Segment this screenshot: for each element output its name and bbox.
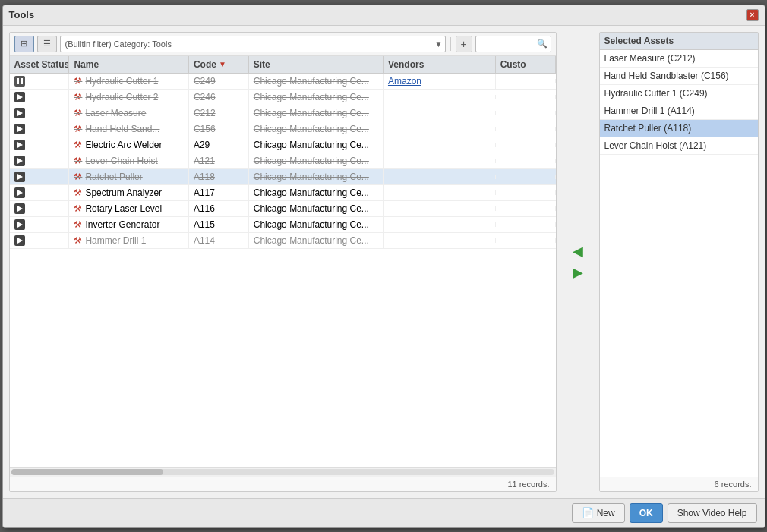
site-cell: Chicago Manufacturing Ce... (249, 185, 384, 200)
site-cell: Chicago Manufacturing Ce... (249, 233, 384, 248)
selected-asset-item[interactable]: Hydraulic Cutter 1 (C249) (600, 85, 758, 102)
toolbar: ⊞ ☰ ▼ + 🔍 (10, 33, 556, 56)
status-cell (10, 201, 70, 216)
selected-asset-item[interactable]: Ratchet Puller (A118) (600, 120, 758, 137)
pause-icon (14, 76, 25, 87)
table-row[interactable]: ⚒Hand Held Sand...C156Chicago Manufactur… (10, 121, 556, 137)
transfer-right-button[interactable]: ▶ (570, 264, 586, 281)
col-header-site: Site (249, 56, 384, 73)
name-cell: ⚒Electric Arc Welder (69, 137, 189, 153)
play-icon (14, 124, 25, 134)
asset-list-panel: ⊞ ☰ ▼ + 🔍 (9, 32, 557, 492)
filter-input[interactable] (60, 36, 446, 52)
play-icon (14, 156, 25, 166)
table-row[interactable]: ⚒Rotary Laser LevelA116Chicago Manufactu… (10, 201, 556, 217)
col-header-code[interactable]: Code ▼ (189, 56, 249, 73)
name-cell: ⚒Inverter Generator (69, 217, 189, 232)
sort-icon: ▼ (219, 60, 226, 68)
site-cell: Chicago Manufacturing Ce... (249, 153, 384, 168)
custom-cell (496, 159, 556, 163)
selected-asset-item[interactable]: Lever Chain Hoist (A121) (600, 137, 758, 155)
dialog-body: ⊞ ☰ ▼ + 🔍 (3, 26, 765, 498)
name-cell: ⚒Ratchet Puller (69, 169, 189, 184)
tool-icon: ⚒ (74, 187, 82, 198)
status-cell (10, 169, 70, 184)
asset-table-body: ⚒Hydraulic Cutter 1C249Chicago Manufactu… (10, 74, 556, 467)
add-filter-button[interactable]: + (456, 36, 472, 52)
custom-cell (496, 206, 556, 211)
selected-asset-item[interactable]: Hand Held Sandblaster (C156) (600, 68, 758, 85)
code-cell: C246 (189, 90, 249, 105)
scrollbar-track (11, 469, 554, 475)
tool-icon: ⚒ (74, 203, 82, 214)
search-icon: 🔍 (537, 39, 548, 49)
filter-wrapper: ▼ (60, 36, 446, 52)
scrollbar-thumb[interactable] (11, 469, 163, 475)
tool-icon: ⚒ (74, 172, 82, 182)
custom-cell (496, 222, 556, 227)
code-cell: A118 (189, 169, 249, 184)
horizontal-scrollbar[interactable] (10, 467, 556, 477)
table-row[interactable]: ⚒Spectrum AnalyzerA117Chicago Manufactur… (10, 185, 556, 201)
name-cell: ⚒Hand Held Sand... (69, 121, 189, 137)
tool-icon: ⚒ (74, 108, 82, 118)
table-row[interactable]: ⚒Laser MeasureC212Chicago Manufacturing … (10, 105, 556, 121)
play-icon (14, 140, 25, 150)
grid-view-button[interactable]: ⊞ (14, 36, 34, 52)
tool-icon: ⚒ (74, 156, 82, 166)
toolbar-divider (450, 37, 451, 51)
table-row[interactable]: ⚒Hydraulic Cutter 1C249Chicago Manufactu… (10, 74, 556, 90)
table-row[interactable]: ⚒Lever Chain HoistA121Chicago Manufactur… (10, 153, 556, 169)
custom-cell (496, 111, 556, 115)
table-row[interactable]: ⚒Hydraulic Cutter 2C246Chicago Manufactu… (10, 90, 556, 105)
records-count: 11 records. (10, 477, 556, 491)
tools-dialog: Tools × ⊞ ☰ ▼ + (2, 5, 765, 528)
code-cell: A114 (189, 233, 249, 248)
vendor-cell[interactable]: Amazon (384, 74, 496, 89)
col-header-status: Asset Status (10, 56, 70, 73)
name-cell: ⚒Hammer Drill 1 (69, 233, 189, 248)
close-button[interactable]: × (746, 9, 759, 21)
code-cell: A117 (189, 185, 249, 200)
site-cell: Chicago Manufacturing Ce... (249, 201, 384, 216)
grid-icon: ⊞ (21, 39, 27, 49)
name-cell: ⚒Hydraulic Cutter 1 (69, 74, 189, 89)
new-button[interactable]: 📄 New (572, 503, 625, 523)
code-cell: C249 (189, 74, 249, 89)
tool-icon: ⚒ (74, 76, 82, 87)
tool-icon: ⚒ (74, 219, 82, 230)
custom-cell (496, 79, 556, 83)
vendor-cell (384, 127, 496, 131)
code-cell: A115 (189, 217, 249, 232)
transfer-left-button[interactable]: ◀ (570, 243, 586, 260)
ok-button[interactable]: OK (630, 503, 663, 523)
vendor-cell (384, 159, 496, 163)
status-cell (10, 121, 70, 137)
show-video-help-button[interactable]: Show Video Help (668, 503, 757, 523)
site-cell: Chicago Manufacturing Ce... (249, 217, 384, 232)
selected-asset-item[interactable]: Laser Measure (C212) (600, 50, 758, 68)
table-row[interactable]: ⚒Electric Arc WelderA29Chicago Manufactu… (10, 137, 556, 153)
custom-cell (496, 127, 556, 131)
table-row[interactable]: ⚒Inverter GeneratorA115Chicago Manufactu… (10, 217, 556, 233)
plus-icon: + (460, 38, 466, 50)
status-cell (10, 90, 70, 105)
table-row[interactable]: ⚒Ratchet PullerA118Chicago Manufacturing… (10, 169, 556, 185)
list-view-button[interactable]: ☰ (37, 36, 57, 52)
site-cell: Chicago Manufacturing Ce... (249, 137, 384, 153)
status-cell (10, 185, 70, 200)
selected-assets-list: Laser Measure (C212)Hand Held Sandblaste… (600, 50, 758, 477)
col-header-vendor: Vendors (384, 56, 496, 73)
code-cell: A29 (189, 137, 249, 153)
table-row[interactable]: ⚒Hammer Drill 1A114Chicago Manufacturing… (10, 233, 556, 249)
new-icon: 📄 (582, 507, 594, 518)
selected-asset-item[interactable]: Hammer Drill 1 (A114) (600, 102, 758, 120)
site-cell: Chicago Manufacturing Ce... (249, 74, 384, 89)
selected-records-count: 6 records. (600, 477, 758, 491)
play-icon (14, 92, 25, 102)
play-icon (14, 203, 25, 214)
status-cell (10, 217, 70, 232)
vendor-link[interactable]: Amazon (388, 76, 421, 87)
site-cell: Chicago Manufacturing Ce... (249, 169, 384, 184)
play-icon (14, 172, 25, 182)
